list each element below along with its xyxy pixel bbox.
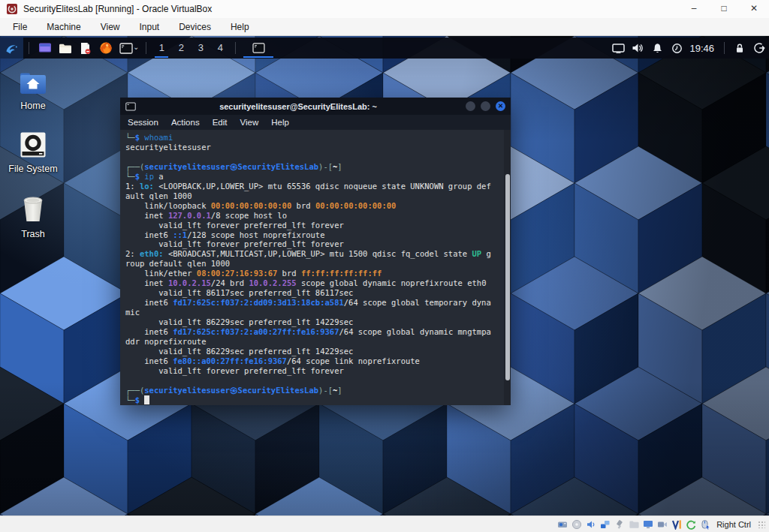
terminal-menu-edit[interactable]: Edit — [213, 118, 228, 127]
terminal-maximize-button[interactable] — [481, 101, 490, 111]
audio-icon[interactable] — [586, 519, 596, 530]
terminal-title: securityelitesuser@SecurityElitesLab: ~ — [136, 102, 460, 111]
display-icon[interactable] — [643, 519, 653, 530]
minimize-button[interactable]: – — [679, 0, 709, 18]
panel-separator — [235, 42, 236, 54]
taskbar-qterminal[interactable] — [241, 38, 276, 59]
shared-folders-icon[interactable] — [629, 519, 639, 530]
menu-view[interactable]: View — [91, 18, 130, 35]
text-editor-icon[interactable] — [75, 38, 95, 59]
workspace-2[interactable]: 2 — [171, 38, 191, 59]
home-folder-icon — [4, 72, 62, 95]
terminal-output[interactable]: └─$ whoamisecurityelitesuser ┌──(securit… — [120, 130, 511, 405]
hard-drive-icon — [4, 131, 62, 158]
maximize-button[interactable]: □ — [709, 0, 739, 18]
terminal-menu-view[interactable]: View — [240, 118, 258, 127]
panel-separator — [146, 42, 146, 54]
volume-icon[interactable] — [628, 38, 647, 59]
terminal-menu-actions[interactable]: Actions — [171, 118, 200, 127]
close-button[interactable]: ✕ — [739, 0, 769, 18]
logout-icon[interactable] — [749, 38, 769, 59]
autoresize-icon[interactable] — [686, 519, 696, 530]
kali-menu-icon[interactable] — [0, 38, 23, 59]
file-manager-icon[interactable] — [35, 38, 55, 59]
desktop-icon-label: File System — [4, 164, 62, 174]
window-titlebar: SecurityElitesLab [Running] - Oracle Vir… — [0, 0, 769, 18]
desktop-icon-home[interactable]: Home — [4, 72, 62, 111]
menu-help[interactable]: Help — [221, 18, 259, 35]
firefox-icon[interactable] — [95, 38, 116, 59]
hard-disks-icon[interactable] — [557, 519, 568, 530]
terminal-menu-help[interactable]: Help — [271, 118, 289, 127]
terminal-scrollbar[interactable] — [504, 130, 511, 405]
terminal-close-button[interactable]: ✕ — [496, 101, 505, 111]
trash-basket-icon — [4, 195, 62, 224]
terminal-menubar: Session Actions Edit View Help — [120, 115, 511, 130]
terminal-minimize-button[interactable] — [466, 101, 475, 111]
panel-separator — [724, 42, 725, 54]
terminal-scrollbar-thumb[interactable] — [505, 174, 510, 380]
vm-display[interactable]: ⌄ 1 2 3 4 — [0, 36, 769, 516]
desktop-icon-file-system[interactable]: File System — [4, 131, 62, 174]
desktop-icon-label: Home — [4, 101, 62, 111]
vm-app-icon — [6, 3, 18, 15]
virtualbox-window: SecurityElitesLab [Running] - Oracle Vir… — [0, 0, 769, 532]
host-key-label: Right Ctrl — [716, 520, 751, 529]
menu-machine[interactable]: Machine — [37, 18, 90, 35]
vbox-statusbar: Right Ctrl — [0, 515, 769, 532]
notifications-bell-icon[interactable] — [647, 38, 667, 59]
terminal-titlebar[interactable]: securityelitesuser@SecurityElitesLab: ~ … — [120, 98, 511, 115]
network-icon[interactable] — [600, 519, 611, 530]
recording-icon[interactable] — [657, 519, 668, 530]
workspace-4[interactable]: 4 — [210, 38, 230, 59]
terminal-window: securityelitesuser@SecurityElitesLab: ~ … — [120, 98, 511, 405]
panel-clock[interactable]: 19:46 — [689, 43, 714, 54]
status-circle-icon[interactable] — [667, 38, 686, 59]
workspace-3[interactable]: 3 — [191, 38, 210, 59]
workspace-1[interactable]: 1 — [152, 38, 171, 59]
vbox-menubar: File Machine View Input Devices Help — [0, 18, 769, 36]
features-icon[interactable] — [671, 519, 682, 530]
kali-top-panel: ⌄ 1 2 3 4 — [0, 38, 769, 59]
folder-icon[interactable] — [55, 38, 75, 59]
chevron-down-icon[interactable]: ⌄ — [133, 43, 139, 51]
window-title: SecurityElitesLab [Running] - Oracle Vir… — [23, 4, 212, 14]
panel-separator — [29, 42, 29, 54]
optical-drives-icon[interactable] — [571, 519, 582, 530]
menu-input[interactable]: Input — [130, 18, 170, 35]
menu-file[interactable]: File — [3, 18, 37, 35]
resize-grip[interactable] — [758, 521, 765, 528]
usb-icon[interactable] — [614, 519, 625, 530]
desktop-icon-label: Trash — [4, 229, 62, 239]
terminal-menu-session[interactable]: Session — [128, 118, 158, 127]
display-tray-icon[interactable] — [608, 38, 628, 59]
desktop-icon-trash[interactable]: Trash — [4, 195, 62, 239]
lock-icon[interactable] — [730, 38, 749, 59]
mouse-integration-icon[interactable] — [700, 519, 710, 530]
menu-devices[interactable]: Devices — [169, 18, 221, 35]
terminal-window-icon — [125, 102, 136, 111]
